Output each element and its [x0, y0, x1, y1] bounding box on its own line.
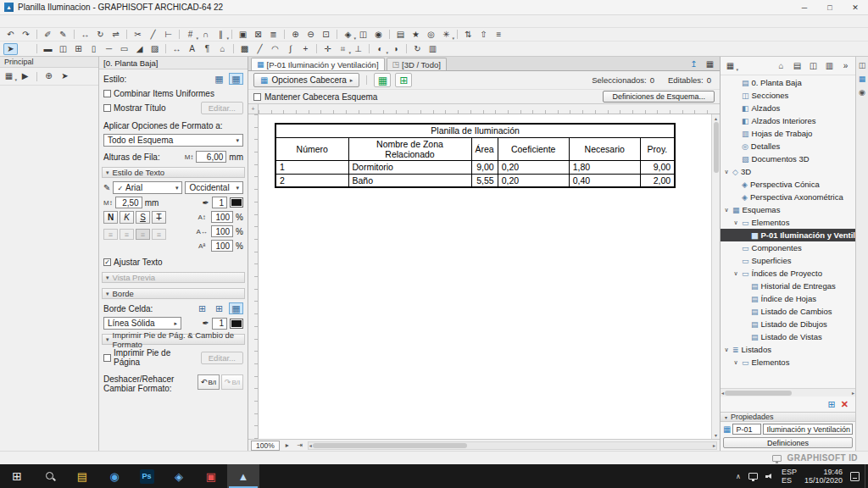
panels-toggle-icon[interactable]: ◫ — [859, 61, 866, 69]
publish-button[interactable]: ⇧ — [476, 29, 491, 41]
tree-item[interactable]: Componentes — [721, 241, 855, 254]
schedule-column-header[interactable]: Proy. — [640, 137, 675, 160]
editar-pie-button[interactable]: Editar... — [201, 352, 243, 364]
origin-button[interactable]: ⊕ — [42, 70, 56, 82]
schedule-canvas[interactable]: Planilla de Iluminación NúmeroNombre de … — [259, 114, 711, 439]
schedule-cell[interactable]: 0,20 — [498, 174, 569, 187]
tree-item[interactable]: 0. Planta Baja — [721, 76, 855, 89]
schedule-table-title[interactable]: Planilla de Iluminación — [275, 124, 675, 137]
mesh-tool-button[interactable]: ▨ — [147, 43, 162, 55]
tab-p01-schedule-tab[interactable]: [P-01 Iluminación y Ventilación] — [251, 58, 385, 70]
marquee-tool-button[interactable] — [19, 43, 33, 55]
arrow-button[interactable]: ➤ — [58, 70, 72, 82]
uniform-style-icon[interactable]: ▦ — [212, 73, 226, 85]
tree-item[interactable]: Superficies — [721, 254, 855, 267]
pop-up-navigator-icon[interactable]: ↥ — [687, 58, 701, 69]
display-tray-icon[interactable] — [748, 473, 758, 480]
arc-tool-button[interactable]: ◠ — [268, 43, 282, 55]
clock[interactable]: 19:46 15/10/2020 — [804, 468, 843, 485]
layout-book-icon[interactable]: ◫ — [806, 60, 821, 72]
move-button[interactable]: ↔ — [78, 29, 92, 41]
element-settings-button[interactable]: ✳ — [439, 29, 453, 41]
align-center-button[interactable] — [120, 229, 134, 240]
pick-up-parameters-button[interactable]: ✐ — [41, 29, 55, 41]
zoom-menu-icon[interactable]: ▸ — [282, 441, 292, 449]
tree-item[interactable]: Alzados Interiores — [721, 114, 855, 127]
propiedades-header[interactable]: Propiedades — [721, 412, 855, 422]
expander-icon[interactable] — [732, 359, 739, 366]
file-explorer-taskbar-button[interactable]: ▤ — [66, 464, 98, 488]
snap-options-button[interactable]: ⌗ — [336, 43, 350, 55]
virtual-trace-button[interactable]: ◑ — [388, 43, 403, 55]
schedule-column-header[interactable]: Nombre de Zona Relacionado — [348, 137, 471, 160]
speaker-icon[interactable] — [765, 472, 774, 480]
vertical-scroll-thumb[interactable] — [714, 122, 719, 173]
tree-item[interactable]: Hojas de Trabajo — [721, 127, 855, 140]
favorites-button[interactable]: ★ — [409, 29, 423, 41]
zone-tool-button[interactable]: ⌂ — [215, 43, 230, 55]
schedule-cell[interactable]: Dormitorio — [348, 160, 471, 174]
editar-titul-button[interactable]: Editar... — [201, 102, 243, 114]
schedule-cell[interactable]: 0,20 — [498, 160, 569, 174]
text-tool-button[interactable]: A — [185, 43, 199, 55]
tree-item[interactable]: Historial de Entregas — [721, 280, 855, 292]
schedule-cell[interactable]: 2 — [275, 174, 348, 187]
groups-button[interactable]: ▣ — [236, 29, 250, 41]
tree-item[interactable]: Documentos 3D — [721, 152, 855, 165]
grid-snap-button[interactable]: # — [183, 29, 198, 41]
hidden-icons-icon[interactable]: ∧ — [736, 473, 741, 480]
schedule-column-header[interactable]: Necesario — [569, 137, 640, 160]
section-vista-previa[interactable]: Vista Previa — [102, 272, 245, 283]
scroll-right-icon[interactable]: ▸ — [713, 442, 715, 448]
navigator-scroll-thumb[interactable] — [725, 391, 792, 396]
align-justify-button[interactable] — [152, 229, 166, 240]
trim-button[interactable]: ✂ — [131, 29, 145, 41]
underline-button[interactable]: S — [136, 211, 150, 224]
dimension-tool-button[interactable]: ↔ — [170, 43, 184, 55]
schedule-id-field[interactable]: P-01 — [732, 424, 761, 435]
mostrar-titulo-checkbox[interactable] — [103, 104, 111, 112]
maximize-button[interactable]: □ — [817, 0, 843, 14]
tree-item[interactable]: Listado de Dibujos — [721, 318, 855, 330]
text-color-swatch[interactable] — [230, 197, 243, 208]
imprimir-pie-checkbox[interactable] — [103, 354, 111, 362]
merge-cells-icon[interactable]: ▦ — [374, 73, 391, 87]
align-left-button[interactable] — [103, 229, 118, 240]
border-none-icon[interactable]: ⊞ — [195, 302, 209, 314]
door-tool-button[interactable]: ◫ — [56, 43, 70, 55]
tree-item[interactable]: Alzados — [721, 102, 855, 114]
split-cells-icon[interactable]: ⊞ — [395, 73, 412, 87]
schedule-cell[interactable]: Baño — [348, 174, 471, 187]
fill-tool-button[interactable]: ▩ — [237, 43, 252, 55]
wall-tool-button[interactable]: ▬ — [41, 43, 55, 55]
tree-item[interactable]: Elementos — [721, 216, 855, 229]
tree-item[interactable]: Listado de Vistas — [721, 330, 855, 343]
inject-parameters-button[interactable]: ✎ — [56, 29, 70, 41]
schedule-cell[interactable]: 9,00 — [471, 160, 498, 174]
border-color-swatch[interactable] — [230, 319, 243, 329]
schedule-column-header[interactable]: Coeficiente — [498, 137, 569, 160]
section-estilo-texto[interactable]: Estilo de Texto — [102, 167, 245, 178]
opciones-cabecera-button[interactable]: ▦ Opciones Cabecera — [253, 73, 359, 87]
close-button[interactable]: ✕ — [843, 0, 868, 14]
scroll-left-icon[interactable]: ◂ — [309, 442, 312, 448]
schedule-cell[interactable]: 2,00 — [640, 174, 675, 187]
section-imprimir[interactable]: Imprimir Pie de Pág. & Cambio de Formato — [102, 334, 245, 345]
italic-button[interactable]: K — [120, 211, 134, 224]
schedule-cell[interactable]: 5,55 — [471, 174, 498, 187]
organizer-icon[interactable]: ▦ — [859, 75, 866, 83]
guide-lines-button[interactable]: ∥ — [214, 29, 228, 41]
bold-button[interactable]: N — [103, 211, 118, 224]
layers-button[interactable]: ≣ — [266, 29, 281, 41]
expander-icon[interactable] — [732, 270, 739, 277]
fit-view-button[interactable]: ⊡ — [319, 29, 333, 41]
archicad-taskbar-button[interactable]: ▲ — [227, 464, 259, 488]
aplicar-select[interactable]: Todo el Esquema — [103, 134, 243, 147]
scroll-right-icon[interactable]: ▸ — [852, 390, 854, 396]
coordinates-button[interactable]: ⊥ — [351, 43, 365, 55]
undo-button[interactable]: ↶ — [3, 29, 18, 41]
border-pen-input[interactable]: 1 — [212, 318, 227, 330]
border-all-icon[interactable]: ▦ — [229, 302, 243, 314]
redo-format-button[interactable]: ↷ B/I — [221, 374, 243, 390]
strikethrough-button[interactable]: T — [152, 211, 166, 224]
